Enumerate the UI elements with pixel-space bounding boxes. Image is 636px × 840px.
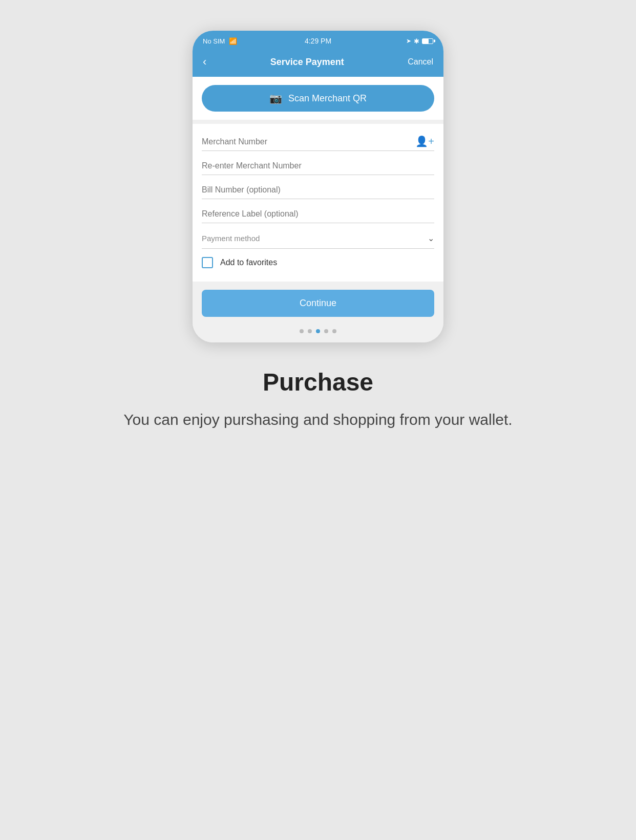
cancel-button[interactable]: Cancel	[408, 57, 433, 67]
location-icon: ➤	[406, 37, 411, 45]
bill-number-field	[202, 177, 434, 199]
bill-number-input[interactable]	[202, 184, 434, 196]
reference-label-input[interactable]	[202, 208, 434, 220]
merchant-number-input[interactable]	[202, 136, 411, 147]
payment-method-label: Payment method	[202, 234, 260, 243]
status-bar: No SIM 📶 4:29 PM ➤ ✱	[193, 31, 443, 50]
dot-1	[300, 329, 304, 333]
scan-qr-button[interactable]: 📷 Scan Merchant QR	[202, 85, 434, 112]
dot-3	[316, 329, 320, 333]
description-body: You can enjoy purshasing and shopping fr…	[123, 408, 512, 431]
dot-2	[308, 329, 312, 333]
carrier-label: No SIM	[203, 37, 225, 45]
time-label: 4:29 PM	[305, 37, 331, 45]
add-to-favorites-checkbox[interactable]	[202, 257, 213, 268]
scan-btn-label: Scan Merchant QR	[288, 93, 367, 104]
dot-4	[324, 329, 328, 333]
favorites-row: Add to favorites	[202, 249, 434, 271]
bluetooth-icon: ✱	[414, 37, 419, 45]
battery-icon	[422, 38, 433, 44]
back-button[interactable]: ‹	[203, 55, 206, 69]
wifi-icon: 📶	[229, 37, 237, 45]
camera-icon: 📷	[269, 92, 282, 104]
continue-section: Continue	[193, 282, 443, 323]
add-to-favorites-label: Add to favorites	[220, 258, 277, 267]
merchant-number-field: 👤+	[202, 128, 434, 151]
description-title: Purchase	[123, 368, 512, 396]
description-section: Purchase You can enjoy purshasing and sh…	[82, 342, 553, 462]
nav-bar: ‹ Service Payment Cancel	[193, 50, 443, 77]
chevron-down-icon: ⌄	[428, 233, 434, 243]
reference-label-field	[202, 201, 434, 223]
add-contact-icon[interactable]: 👤+	[415, 135, 434, 147]
payment-method-dropdown[interactable]: Payment method ⌄	[202, 225, 434, 249]
content-area: 📷 Scan Merchant QR 👤+ Payme	[193, 77, 443, 342]
re-enter-merchant-field	[202, 153, 434, 175]
nav-title: Service Payment	[206, 57, 408, 68]
re-enter-merchant-input[interactable]	[202, 160, 434, 171]
page-indicators	[193, 323, 443, 342]
continue-button[interactable]: Continue	[202, 290, 434, 317]
dot-5	[332, 329, 336, 333]
form-section: 👤+ Payment method ⌄ Add to favorites	[193, 124, 443, 282]
phone-frame: No SIM 📶 4:29 PM ➤ ✱ ‹ Service Payment C…	[193, 31, 443, 342]
scan-section: 📷 Scan Merchant QR	[193, 77, 443, 120]
